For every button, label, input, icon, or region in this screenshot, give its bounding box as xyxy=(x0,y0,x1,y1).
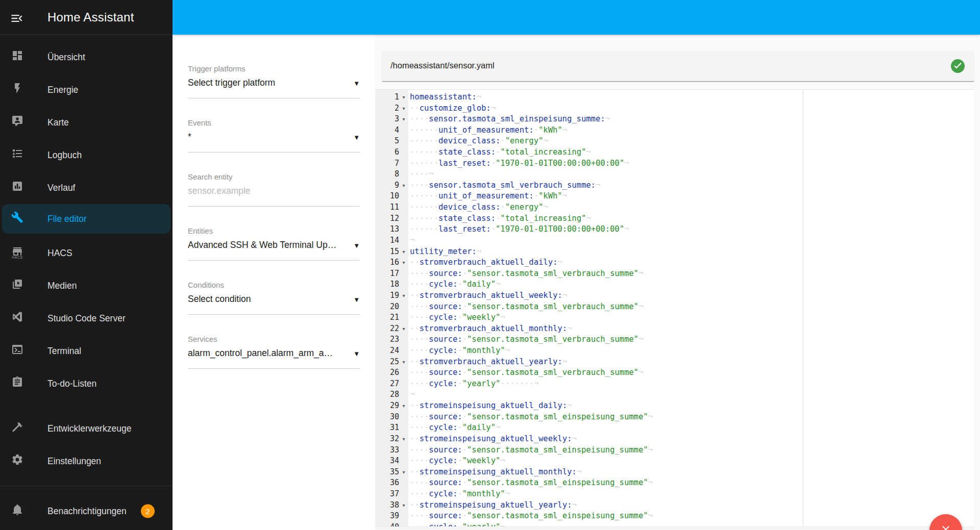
fold-spacer xyxy=(399,235,408,246)
horizontal-scrollbar[interactable] xyxy=(375,526,974,530)
dropdown-arrow-icon: ▼ xyxy=(353,80,360,87)
code-text: ··stromeinspeisung_aktuell_weekly:¬ xyxy=(408,434,577,445)
sidebar-item-einstellungen[interactable]: Einstellungen xyxy=(0,445,173,477)
fold-toggle-icon[interactable]: ▾ xyxy=(399,467,408,478)
code-text: ··stromeinspeisung_aktuell_daily:¬ xyxy=(408,400,572,412)
sidebar-item-terminal[interactable]: Terminal xyxy=(0,335,173,367)
sidebar-item-bersicht[interactable]: Übersicht xyxy=(0,41,173,73)
fold-toggle-icon[interactable]: ▾ xyxy=(399,246,408,258)
code-line: 16▾··stromverbrauch_aktuell_daily:¬ xyxy=(375,257,974,268)
line-number: 21 xyxy=(375,312,399,323)
line-number: 19 xyxy=(375,290,399,301)
fold-toggle-icon[interactable]: ▾ xyxy=(399,500,408,511)
code-line: 22▾··stromverbrauch_aktuell_monthly:¬ xyxy=(375,323,974,335)
fold-toggle-icon[interactable]: ▾ xyxy=(399,257,408,268)
code-text: ····cycle:·"yearly"·······¬ xyxy=(408,378,538,390)
line-number: 10 xyxy=(375,191,399,202)
line-number: 2 xyxy=(375,103,399,114)
code-text: ··stromverbrauch_aktuell_yearly:¬ xyxy=(408,357,567,368)
line-number: 37 xyxy=(375,489,399,500)
line-number: 18 xyxy=(375,279,399,290)
fold-toggle-icon[interactable]: ▾ xyxy=(399,290,408,301)
code-editor[interactable]: 1▾homeassistant:¬2▾··customize_glob:¬3▾·… xyxy=(375,89,974,530)
code-text: ¬ xyxy=(408,389,414,400)
clipboard-list-icon xyxy=(11,376,24,391)
dropdown-arrow-icon: ▼ xyxy=(353,242,360,249)
services-select[interactable]: alarm_control_panel.alarm_arm_a… xyxy=(188,348,349,359)
code-line: 5······device_class:·"energy"¬ xyxy=(375,136,974,147)
fold-spacer xyxy=(399,445,408,456)
trigger-platforms-select[interactable]: Select trigger platform xyxy=(188,78,349,88)
line-number: 23 xyxy=(375,334,399,345)
sidebar-item-label: Logbuch xyxy=(47,150,82,161)
menu-open-icon[interactable] xyxy=(10,11,24,23)
sidebar: Home Assistant ÜbersichtEnergieKarteLogb… xyxy=(0,0,173,530)
fold-toggle-icon[interactable]: ▾ xyxy=(399,400,408,412)
sidebar-item-hacs[interactable]: HACSHACS xyxy=(0,237,173,269)
fold-toggle-icon[interactable]: ▾ xyxy=(399,323,408,335)
line-number: 6 xyxy=(375,147,399,158)
conditions-select[interactable]: Select condition xyxy=(188,294,349,305)
entities-select[interactable]: Advanced SSH & Web Terminal Up… xyxy=(188,240,349,250)
sidebar-item-logbuch[interactable]: Logbuch xyxy=(0,139,173,171)
line-number: 20 xyxy=(375,301,399,313)
line-number: 26 xyxy=(375,367,399,378)
line-number: 22 xyxy=(375,323,399,335)
form-group-services: Servicesalarm_control_panel.alarm_arm_a…… xyxy=(188,335,360,389)
fold-spacer xyxy=(399,345,408,357)
line-number: 8 xyxy=(375,169,399,180)
sidebar-item-medien[interactable]: Medien xyxy=(0,269,173,302)
field-label: Trigger platforms xyxy=(188,64,246,73)
code-line: 26····source:·"sensor.tasmota_sml_verbra… xyxy=(375,367,974,378)
sidebar-spacer xyxy=(0,400,173,412)
app-title: Home Assistant xyxy=(47,10,134,24)
sidebar-item-to-do-listen[interactable]: To-do-Listen xyxy=(0,367,173,400)
code-text: ····sensor.tasmota_sml_einspeisung_summe… xyxy=(408,114,610,125)
sidebar-item-label: Terminal xyxy=(47,346,81,357)
toolbar xyxy=(173,0,980,35)
form-group-conditions: ConditionsSelect condition▼ xyxy=(188,281,360,335)
fold-spacer xyxy=(399,301,408,313)
fold-spacer xyxy=(399,334,408,345)
fold-toggle-icon[interactable]: ▾ xyxy=(399,92,408,103)
sidebar-item-karte[interactable]: Karte xyxy=(0,106,173,139)
code-line: 29▾··stromeinspeisung_aktuell_daily:¬ xyxy=(375,400,974,412)
sidebar-item-entwicklerwerkzeuge[interactable]: Entwicklerwerkzeuge xyxy=(0,412,173,445)
fold-toggle-icon[interactable]: ▾ xyxy=(399,180,408,191)
sidebar-item-label: HACS xyxy=(47,248,72,259)
field-underline xyxy=(188,206,360,207)
fold-spacer xyxy=(399,147,408,158)
code-line: 18····cycle:·"daily"¬ xyxy=(375,279,974,290)
sidebar-item-file-editor[interactable]: File editor xyxy=(2,204,170,234)
cog-icon xyxy=(11,453,24,469)
sidebar-item-verlauf[interactable]: Verlauf xyxy=(0,171,173,204)
search-entity-input[interactable]: sensor.example xyxy=(188,186,349,196)
sidebar-item-label: Energie xyxy=(47,85,78,95)
line-number: 15 xyxy=(375,246,399,258)
line-number: 24 xyxy=(375,345,399,357)
sidebar-header: Home Assistant xyxy=(0,0,173,35)
sidebar-item-benachrichtigungen[interactable]: Benachrichtigungen2 xyxy=(0,495,173,527)
fold-toggle-icon[interactable]: ▾ xyxy=(399,114,408,125)
dropdown-arrow-icon: ▼ xyxy=(353,350,360,358)
form-group-trigger-platforms: Trigger platformsSelect trigger platform… xyxy=(188,64,360,118)
fold-spacer xyxy=(399,191,408,202)
code-line: 25▾··stromverbrauch_aktuell_yearly:¬ xyxy=(375,357,974,368)
form-group-events: Events*▼ xyxy=(188,118,360,172)
fold-spacer xyxy=(399,412,408,423)
form-group-search-entity: Search entitysensor.example xyxy=(188,172,360,226)
field-underline xyxy=(188,260,360,261)
sidebar-item-studio-code-server[interactable]: Studio Code Server xyxy=(0,302,173,335)
line-number: 32 xyxy=(375,434,399,445)
fold-toggle-icon[interactable]: ▾ xyxy=(399,103,408,114)
fold-toggle-icon[interactable]: ▾ xyxy=(399,434,408,445)
events-select[interactable]: * xyxy=(188,132,349,142)
fold-toggle-icon[interactable]: ▾ xyxy=(399,357,408,368)
code-text: ······last_reset:·"1970-01-01T00:00:00+0… xyxy=(408,158,629,169)
code-line: 9▾····sensor.tasmota_sml_verbrauch_summe… xyxy=(375,180,974,191)
line-number: 34 xyxy=(375,456,399,467)
line-number: 35 xyxy=(375,467,399,478)
sidebar-item-energie[interactable]: Energie xyxy=(0,73,173,106)
code-text: ¬ xyxy=(408,235,414,246)
saved-check-icon xyxy=(951,59,965,73)
